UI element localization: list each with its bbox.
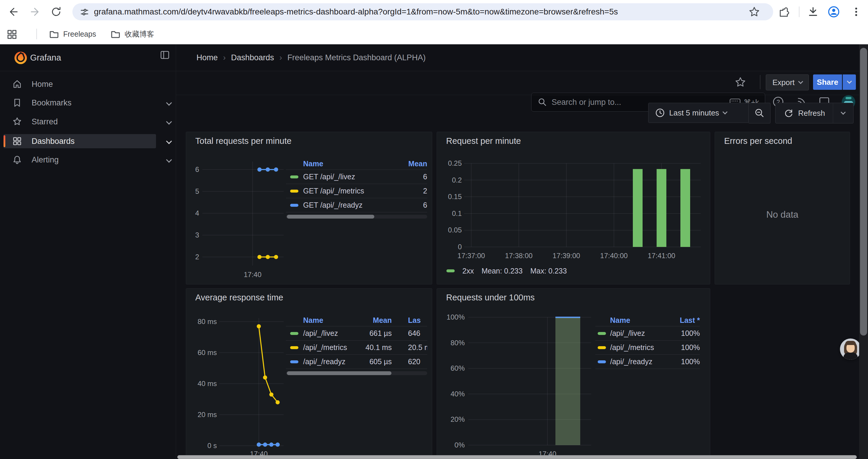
breadcrumb-current: Freeleaps Metrics Dashboard (ALPHA): [287, 53, 426, 62]
breadcrumb-separator: ›: [218, 53, 231, 62]
breadcrumb-home[interactable]: Home: [196, 53, 218, 62]
star-icon: [12, 117, 22, 126]
panel-title[interactable]: Errors per second: [724, 136, 793, 146]
bookmark-folder-freeleaps[interactable]: Freeleaps: [45, 27, 100, 41]
series-name[interactable]: /api/_/readyz: [303, 357, 356, 366]
legend-row[interactable]: /api/_/metrics 40.1 ms 20.5 ms: [286, 340, 427, 355]
y-axis-tick: 20 ms: [186, 411, 217, 419]
folder-icon: [111, 29, 121, 39]
zoom-out-button[interactable]: [749, 103, 771, 124]
chevron-down-icon[interactable]: [166, 157, 172, 163]
favorite-dashboard-icon[interactable]: [735, 76, 746, 88]
series-color-pill: [290, 332, 299, 335]
back-button[interactable]: [6, 4, 21, 20]
clock-icon: [655, 108, 665, 118]
share-label: Share: [817, 78, 838, 87]
legend-row[interactable]: /api/_/livez 100%: [595, 326, 700, 340]
bookmark-star-icon[interactable]: [748, 6, 760, 18]
legend-row[interactable]: /api/_/livez 661 µs 646: [286, 326, 427, 340]
x-axis-tick: 17:40: [229, 270, 276, 279]
series-name[interactable]: /api/_/readyz: [610, 357, 666, 366]
zoom-out-icon: [754, 108, 765, 119]
screen: grafana.mathmast.com/d/deytv4rwavabkb/fr…: [0, 0, 868, 459]
refresh-label: Refresh: [798, 109, 825, 118]
reload-button[interactable]: [49, 4, 64, 20]
url-bar[interactable]: grafana.mathmast.com/d/deytv4rwavabkb/fr…: [72, 3, 773, 21]
bookmark-icon: [12, 98, 22, 107]
legend-scrollbar[interactable]: [286, 371, 427, 375]
sidebar-item-dashboards[interactable]: Dashboards: [4, 134, 156, 148]
x-axis-tick: 17:39:00: [543, 252, 590, 260]
legend-col-name[interactable]: Name: [303, 316, 356, 325]
apps-grid-icon[interactable]: [6, 29, 17, 40]
profile-icon[interactable]: [826, 4, 841, 20]
series-name[interactable]: /api/_/livez: [303, 329, 356, 338]
browser-toolbar: grafana.mathmast.com/d/deytv4rwavabkb/fr…: [0, 0, 868, 24]
legend-col-last[interactable]: Last *: [666, 316, 700, 325]
series-mean: 6: [374, 201, 427, 209]
series-name[interactable]: /api/_/metrics: [303, 343, 356, 352]
under_100ms-plot: [437, 289, 711, 459]
series-last: 100%: [666, 343, 700, 352]
share-menu-button[interactable]: [843, 74, 856, 90]
panel-request-per-minute: Request per minute 0.250.20.150.10.05017…: [437, 132, 710, 285]
export-button[interactable]: Export: [766, 74, 809, 90]
series-name[interactable]: GET /api/_/livez: [303, 172, 374, 181]
legend-scrollbar[interactable]: [286, 215, 427, 219]
legend-col-name[interactable]: Name: [610, 316, 666, 325]
brand-name[interactable]: Grafana: [30, 44, 61, 71]
sidebar-item-starred[interactable]: Starred: [4, 114, 156, 129]
share-button[interactable]: Share: [813, 74, 842, 90]
legend-row[interactable]: GET /api/_/livez 6: [286, 170, 427, 184]
bookmarks-bar: Freeleaps 收藏博客: [0, 24, 868, 44]
forward-button[interactable]: [27, 4, 42, 20]
legend-row[interactable]: GET /api/_/readyz 6: [286, 198, 427, 212]
grafana-logo[interactable]: [13, 50, 28, 65]
chevron-down-icon[interactable]: [166, 119, 172, 125]
legend-col-name[interactable]: Name: [303, 160, 374, 168]
refresh-interval-button[interactable]: [833, 103, 854, 124]
legend-row[interactable]: /api/_/metrics 100%: [595, 340, 700, 355]
scrollbar-thumb[interactable]: [287, 215, 374, 219]
series-name[interactable]: GET /api/_/readyz: [303, 201, 374, 209]
y-axis-tick: 0.15: [437, 193, 462, 201]
time-range-picker[interactable]: Last 5 minutes: [648, 103, 749, 123]
chevron-down-icon[interactable]: [166, 138, 172, 144]
bookmark-folder-blogs[interactable]: 收藏博客: [106, 27, 158, 41]
floating-assistant-avatar[interactable]: [840, 338, 861, 360]
download-icon[interactable]: [805, 4, 821, 20]
vertical-scrollbar-thumb[interactable]: [860, 48, 867, 335]
legend-col-mean[interactable]: Mean: [374, 160, 427, 168]
sidebar-item-bookmarks[interactable]: Bookmarks: [4, 96, 156, 110]
time-range-label: Last 5 minutes: [669, 108, 719, 118]
breadcrumb-separator: ›: [274, 53, 287, 62]
y-axis-tick: 80%: [437, 339, 465, 347]
requests-under-100ms-chart[interactable]: 100%80%60%40%20%0%17:40: [437, 289, 710, 459]
request_per_minute-plot: [437, 132, 711, 285]
request-per-minute-chart[interactable]: 0.250.20.150.10.05017:37:0017:38:0017:39…: [437, 132, 710, 284]
scrollbar-thumb[interactable]: [287, 371, 392, 375]
refresh-button[interactable]: Refresh: [775, 103, 834, 124]
legend-col-last[interactable]: Las: [408, 316, 427, 325]
horizontal-scrollbar[interactable]: [177, 455, 857, 459]
legend-col-mean[interactable]: Mean: [356, 316, 392, 325]
site-settings-icon[interactable]: [80, 7, 90, 17]
series-name[interactable]: /api/_/livez: [610, 329, 666, 338]
legend-row[interactable]: /api/_/readyz 605 µs 620: [286, 355, 427, 369]
y-axis-tick: 0: [437, 243, 462, 251]
legend[interactable]: 2xx Mean: 0.233 Max: 0.233: [446, 266, 567, 275]
toolbar-divider: [760, 75, 761, 89]
breadcrumb-dashboards[interactable]: Dashboards: [231, 53, 274, 62]
legend-row[interactable]: GET /api/_/metrics 2: [286, 184, 427, 198]
sidebar-item-home[interactable]: Home: [4, 77, 156, 91]
legend-table: Name Last * /api/_/livez 100% /api/_/met…: [595, 315, 700, 369]
browser-menu-icon[interactable]: [848, 4, 864, 20]
extensions-icon[interactable]: [777, 4, 793, 20]
series-name[interactable]: 2xx: [462, 267, 474, 275]
legend-row[interactable]: /api/_/readyz 100%: [595, 355, 700, 369]
sidebar-item-alerting[interactable]: Alerting: [4, 153, 156, 167]
series-max: Max: 0.233: [530, 267, 567, 275]
series-name[interactable]: GET /api/_/metrics: [303, 187, 374, 195]
series-color-pill: [598, 360, 606, 363]
series-name[interactable]: /api/_/metrics: [610, 343, 666, 352]
